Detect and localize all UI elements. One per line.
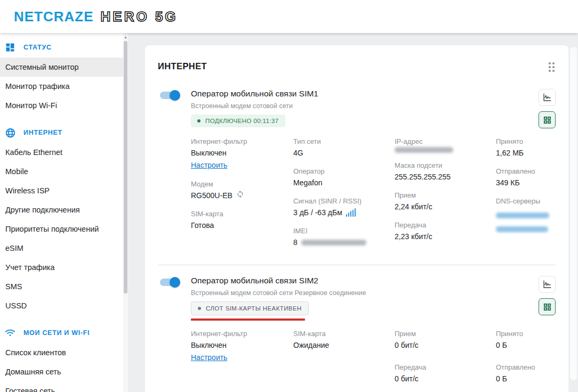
- sim2-status-badge: СЛОТ SIM-КАРТЫ НЕАКТИВЕН: [191, 301, 309, 315]
- field-ip-address: IP-адрес: [395, 136, 496, 153]
- status-dot-icon: [197, 119, 200, 123]
- grid-icon: [543, 303, 552, 312]
- sidebar-section-my-networks: МОИ СЕТИ И WI-FI: [0, 323, 128, 343]
- sim1-status-badge: ПОДКЛЮЧЕНО 00:11:37: [191, 115, 285, 127]
- sidebar-section-internet: ИНТЕРНЕТ: [0, 123, 128, 143]
- connection-sim2: Оператор мобильной связи SIM2 Встроенный…: [158, 275, 556, 391]
- sidebar-item-sms[interactable]: SMS: [0, 277, 128, 296]
- sim1-title: Оператор мобильной связи SIM1: [191, 88, 537, 100]
- brand-name-primary: NETCRAZE: [14, 9, 94, 25]
- brand-logo: NETCRAZE HERO 5G: [14, 9, 178, 25]
- redacted-ip-value: [395, 147, 453, 153]
- line-chart-icon: [542, 280, 552, 289]
- sidebar-item-wifi-monitor[interactable]: Монитор Wi-Fi: [0, 96, 128, 115]
- sidebar-item-traffic-monitor[interactable]: Монитор трафика: [0, 77, 128, 96]
- sim1-col3: IP-адрес Маска подсети 255.255.255.255 П…: [395, 136, 496, 255]
- field-imei: IMEI 8: [293, 225, 395, 248]
- internet-widget-card: ИНТЕРНЕТ Оператор мобильной связи SIM1 В…: [145, 45, 568, 392]
- line-chart-icon: [542, 93, 552, 102]
- sidebar-item-wireless-isp[interactable]: Wireless ISP: [0, 181, 128, 200]
- sidebar-item-system-monitor[interactable]: Системный монитор: [0, 58, 128, 77]
- sidebar-item-traffic-accounting[interactable]: Учет трафика: [0, 258, 128, 277]
- sim1-subtitle: Встроенный модем сотовой сети: [191, 101, 537, 111]
- redacted-imei-value: [301, 240, 366, 246]
- sim2-col4: Принято 0 Б Отправлено 0 Б: [496, 328, 540, 391]
- field-internet-filter: Интернет-фильтр Выключен Настроить: [191, 136, 293, 172]
- sidebar-section-label: МОИ СЕТИ И WI-FI: [23, 329, 90, 337]
- sidebar-item-client-list[interactable]: Список клиентов: [0, 343, 128, 362]
- sidebar-section-label: СТАТУС: [23, 44, 52, 51]
- sidebar-item-ethernet[interactable]: Кабель Ethernet: [0, 143, 128, 162]
- main-scrollbar-thumb[interactable]: [570, 47, 577, 380]
- sim1-chart-button[interactable]: [539, 89, 556, 106]
- dashboard-icon: [4, 42, 16, 53]
- redacted-dns-value: [496, 213, 549, 218]
- top-header-bar: NETCRAZE HERO 5G: [0, 0, 578, 33]
- sidebar-item-other-connections[interactable]: Другие подключения: [0, 200, 128, 219]
- field-received: Принято 0 Б: [496, 328, 540, 351]
- sim2-details-grid: Интернет-фильтр Выключен Настроить SIM-к…: [191, 328, 537, 391]
- field-modem: Модем RG500U-EB: [191, 178, 293, 201]
- section-divider: [158, 265, 556, 265]
- sidebar-item-home-network[interactable]: Домашняя сеть: [0, 362, 128, 381]
- status-dot-icon: [198, 307, 201, 310]
- sim2-chart-button[interactable]: [539, 276, 556, 293]
- redacted-dns-value: [496, 226, 548, 232]
- globe-icon: [4, 127, 16, 138]
- sim1-configure-link[interactable]: Настроить: [191, 159, 227, 172]
- sidebar-section-label: ИНТЕРНЕТ: [23, 129, 62, 136]
- field-tx-rate: Передача 2,23 кбит/с: [395, 219, 496, 242]
- sim2-col2: SIM-карта Ожидание: [293, 328, 395, 391]
- wifi-icon: [4, 327, 16, 339]
- field-tx-rate: Передача 0 бит/с: [395, 362, 496, 385]
- field-sim-card: SIM-карта Готова: [191, 208, 293, 231]
- sidebar-scrollbar[interactable]: ▲: [123, 33, 128, 392]
- sim2-col3: Прием 0 бит/с Передача 0 бит/с: [395, 328, 496, 391]
- field-operator: Оператор Megafon: [293, 166, 395, 189]
- sim1-details-grid: Интернет-фильтр Выключен Настроить Модем…: [191, 136, 537, 255]
- sim1-col1: Интернет-фильтр Выключен Настроить Модем…: [191, 136, 293, 255]
- sidebar-item-guest-network[interactable]: Гостевая сеть: [0, 381, 128, 392]
- sim2-details-grid-button[interactable]: [539, 298, 556, 315]
- sim2-subtitle: Встроенный модем сотовой сети Резервное …: [191, 288, 537, 298]
- field-sim-card: SIM-карта Ожидание: [293, 328, 395, 351]
- sidebar-nav: СТАТУС Системный монитор Монитор трафика…: [0, 33, 128, 392]
- sidebar-item-esim[interactable]: eSIM: [0, 239, 128, 258]
- sim2-enable-toggle[interactable]: [160, 279, 179, 286]
- field-internet-filter: Интернет-фильтр Выключен Настроить: [191, 328, 293, 364]
- connection-sim1: Оператор мобильной связи SIM1 Встроенный…: [158, 88, 556, 255]
- refresh-icon[interactable]: [236, 190, 244, 201]
- sim2-col1: Интернет-фильтр Выключен Настроить: [191, 328, 293, 391]
- sidebar-item-mobile[interactable]: Mobile: [0, 162, 128, 181]
- grid-icon: [543, 116, 552, 125]
- field-sent: Отправлено 0 Б: [496, 362, 540, 385]
- sidebar-section-status: СТАТУС: [0, 37, 128, 58]
- field-subnet-mask: Маска подсети 255.255.255.255: [395, 160, 496, 183]
- signal-bars-icon: [346, 208, 356, 217]
- field-signal: Сигнал (SINR / RSSI) 3 дБ / -63 дБм: [293, 195, 395, 218]
- scrollbar-up-arrow-icon[interactable]: ▲: [123, 33, 128, 40]
- sim2-configure-link[interactable]: Настроить: [191, 351, 227, 364]
- widget-title: ИНТЕРНЕТ: [158, 59, 207, 71]
- field-rx-rate: Прием 0 бит/с: [395, 328, 496, 351]
- sim2-title: Оператор мобильной связи SIM2: [191, 275, 537, 287]
- sidebar-scrollbar-thumb[interactable]: [124, 41, 127, 293]
- sidebar-item-connection-priorities[interactable]: Приоритеты подключений: [0, 219, 128, 239]
- drag-handle-icon[interactable]: [548, 59, 556, 75]
- sim1-enable-toggle[interactable]: [160, 92, 179, 99]
- red-annotation-underline: [191, 318, 305, 321]
- brand-name-secondary: HERO 5G: [101, 9, 178, 25]
- sim1-col2: Тип сети 4G Оператор Megafon Сигнал (SIN…: [293, 136, 395, 255]
- field-network-type: Тип сети 4G: [293, 136, 395, 159]
- sidebar-item-ussd[interactable]: USSD: [0, 296, 128, 315]
- field-rx-rate: Прием 2,24 кбит/с: [395, 190, 496, 213]
- sim1-details-grid-button[interactable]: [539, 111, 556, 128]
